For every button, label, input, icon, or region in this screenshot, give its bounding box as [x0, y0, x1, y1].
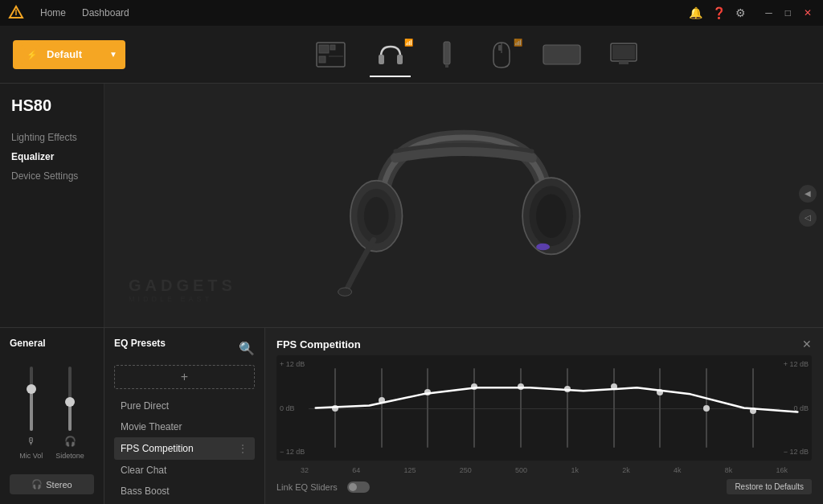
close-btn[interactable]: ✕ — [800, 6, 815, 20]
profile-selector[interactable]: ⚡ Default ▼ — [13, 40, 125, 69]
mic-vol-thumb[interactable] — [27, 384, 36, 394]
freq-4k: 4k — [674, 466, 682, 474]
gear-icon[interactable]: ⚙ — [735, 6, 746, 19]
add-preset-button[interactable]: + — [114, 365, 255, 389]
window-controls: ─ □ ✕ — [762, 6, 815, 20]
profile-dropdown-arrow: ▼ — [109, 50, 117, 59]
freq-64: 64 — [352, 466, 360, 474]
mic-vol-fill — [30, 392, 33, 431]
toggle-knob — [349, 483, 357, 491]
eq-bar-8k[interactable] — [683, 368, 730, 448]
svg-rect-9 — [379, 55, 384, 64]
link-eq-group: Link EQ Sliders — [276, 481, 370, 493]
bell-icon[interactable]: 🔔 — [689, 6, 702, 19]
fps-header: FPS Competition ✕ — [276, 338, 812, 350]
eq-preset-movie-theater[interactable]: Movie Theater — [114, 416, 255, 437]
right-btn-1[interactable]: ◀ — [799, 185, 817, 203]
eq-preset-fps-competition[interactable]: FPS Competition ⋮ — [114, 437, 255, 460]
eq-preset-bass-boost[interactable]: Bass Boost — [114, 481, 255, 502]
question-icon[interactable]: ❓ — [712, 6, 726, 19]
svg-rect-7 — [319, 56, 326, 63]
profile-icon: ⚡ — [21, 45, 40, 64]
svg-point-24 — [536, 194, 566, 237]
device-tab-monitor[interactable] — [598, 35, 649, 74]
nav-home[interactable]: Home — [34, 4, 72, 22]
eq-bar-32[interactable] — [312, 368, 358, 448]
panel-fps: FPS Competition ✕ + 12 dB + 12 dB 0 dB 0… — [265, 327, 823, 504]
freq-125: 125 — [404, 466, 416, 474]
fps-close-button[interactable]: ✕ — [802, 338, 812, 350]
eq-bar-1k[interactable] — [544, 368, 591, 448]
freq-1k: 1k — [571, 466, 579, 474]
svg-rect-11 — [444, 42, 450, 64]
sidetone-fill — [68, 405, 72, 431]
db-bottom-left: − 12 dB — [280, 448, 305, 456]
sidebar-item-device-settings[interactable]: Device Settings — [11, 166, 92, 186]
svg-text:⚡: ⚡ — [27, 49, 37, 60]
eq-bar-64[interactable] — [358, 368, 405, 448]
db-bottom-right: − 12 dB — [784, 448, 809, 456]
freq-16k: 16k — [776, 466, 788, 474]
freq-8k: 8k — [725, 466, 733, 474]
stereo-button[interactable]: 🎧 Stereo — [10, 474, 94, 494]
sidebar: HS80 Lighting Effects Equalizer Device S… — [0, 84, 104, 327]
svg-point-26 — [338, 288, 352, 296]
mic-vol-col: 🎙 Mic Vol — [19, 367, 43, 460]
eq-preset-clear-chat[interactable]: Clear Chat — [114, 460, 255, 481]
device-tabs: 📶 📶 — [141, 35, 810, 74]
eq-preset-options-icon[interactable]: ⋮ — [237, 442, 248, 455]
link-eq-label: Link EQ Sliders — [276, 482, 338, 492]
maximize-btn[interactable]: □ — [782, 6, 794, 20]
nav-dashboard[interactable]: Dashboard — [76, 4, 136, 22]
titlebar-nav: Home Dashboard — [34, 4, 136, 22]
devicebar: ⚡ Default ▼ 📶 — [0, 26, 823, 84]
sidetone-icon: 🎧 — [64, 436, 76, 447]
minimize-btn[interactable]: ─ — [762, 6, 776, 20]
eq-search-icon[interactable]: 🔍 — [239, 341, 255, 356]
freq-2k: 2k — [622, 466, 630, 474]
link-eq-toggle[interactable] — [347, 481, 370, 493]
device-tab-mousepad[interactable] — [532, 35, 592, 74]
svg-point-21 — [364, 196, 389, 235]
freq-250: 250 — [460, 466, 472, 474]
device-title: HS80 — [11, 96, 92, 115]
eq-bars-container — [312, 368, 776, 448]
svg-rect-18 — [619, 61, 629, 64]
titlebar: Home Dashboard 🔔 ❓ ⚙ ─ □ ✕ — [0, 0, 823, 26]
eq-bar-500[interactable] — [497, 368, 544, 448]
sidetone-thumb[interactable] — [65, 397, 75, 407]
db-center-left: 0 dB — [280, 404, 295, 412]
eq-preset-pure-direct[interactable]: Pure Direct — [114, 395, 255, 416]
svg-rect-6 — [330, 45, 335, 50]
sidetone-track[interactable] — [68, 367, 72, 431]
svg-point-25 — [536, 243, 550, 250]
eq-bar-2k[interactable] — [591, 368, 637, 448]
mic-vol-label: Mic Vol — [19, 452, 43, 460]
restore-defaults-button[interactable]: Restore to Defaults — [727, 479, 812, 494]
sidebar-item-equalizer[interactable]: Equalizer — [11, 147, 92, 166]
eq-bar-125[interactable] — [405, 368, 452, 448]
svg-rect-5 — [319, 45, 329, 53]
db-top-right: + 12 dB — [784, 360, 809, 368]
db-top-left: + 12 dB — [280, 360, 305, 368]
main-area: HS80 Lighting Effects Equalizer Device S… — [0, 84, 823, 327]
eq-bar-4k[interactable] — [637, 368, 684, 448]
freq-32: 32 — [301, 466, 309, 474]
sidetone-col: 🎧 Sidetone — [55, 367, 84, 460]
right-btn-2[interactable]: ◁ — [799, 209, 817, 227]
svg-rect-10 — [397, 55, 403, 64]
svg-rect-12 — [445, 64, 448, 68]
device-tab-motherboard[interactable] — [303, 35, 358, 74]
device-tab-mouse[interactable]: 📶 — [477, 35, 526, 74]
device-tab-headset[interactable]: 📶 — [365, 35, 416, 74]
titlebar-right: 🔔 ❓ ⚙ ─ □ ✕ — [689, 6, 815, 20]
bottom-panels: General 🎙 Mic Vol 🎧 Sidetone — [0, 327, 823, 504]
eq-bar-16k[interactable] — [730, 368, 776, 448]
eq-bar-250[interactable] — [451, 368, 497, 448]
db-center-right: 0 dB — [793, 404, 809, 412]
device-tab-usb[interactable] — [423, 35, 471, 74]
sidebar-item-lighting[interactable]: Lighting Effects — [11, 128, 92, 147]
freq-labels: 32 64 125 250 500 1k 2k 4k 8k 16k — [276, 464, 812, 474]
content-area: GADGETS MIDDLE EAST ◀ ◁ — [104, 84, 823, 327]
mic-vol-track[interactable] — [30, 367, 33, 431]
